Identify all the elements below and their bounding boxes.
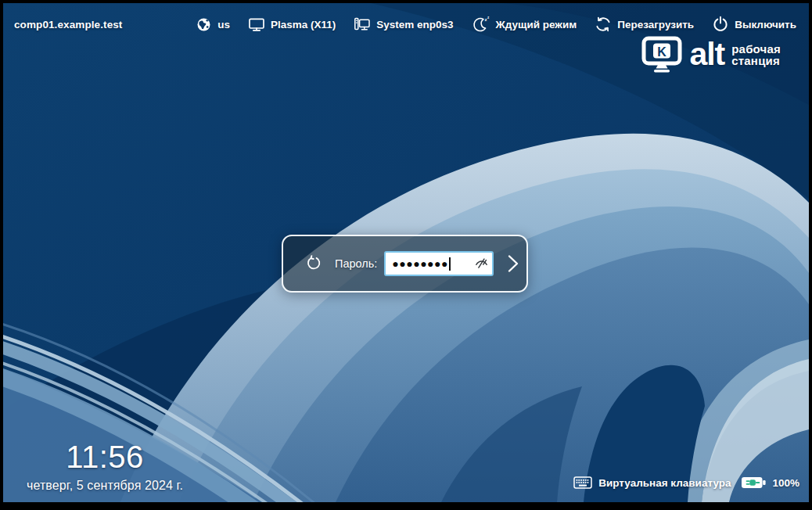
battery-icon bbox=[741, 475, 767, 490]
topbar-actions: us Plasma (X11) Sys bbox=[196, 16, 796, 33]
clock-time: 11:56 bbox=[66, 441, 144, 472]
topbar-item-system[interactable]: System enp0s3 bbox=[354, 16, 453, 32]
topbar-item-label: Ждущий режим bbox=[496, 19, 577, 31]
topbar-item-keyboard-layout[interactable]: us bbox=[196, 16, 230, 33]
alt-edition-line1: рабочая bbox=[731, 43, 781, 55]
password-input[interactable]: ●●●●●●●● bbox=[384, 251, 494, 276]
battery-indicator: 100% bbox=[741, 475, 799, 490]
topbar-item-restart[interactable]: Перезагрузить bbox=[595, 16, 694, 33]
restart-icon bbox=[595, 16, 612, 33]
alt-logo-icon: K bbox=[641, 36, 682, 73]
eye-slash-icon bbox=[476, 259, 487, 268]
alt-logo-letter: K bbox=[658, 45, 667, 59]
virtual-keyboard-label: Виртуальная клавиатура bbox=[598, 477, 731, 489]
top-bar: comp01.example.test us Plasma (X11) bbox=[3, 3, 809, 39]
show-password-button[interactable] bbox=[473, 256, 490, 272]
topbar-item-label: Выключить bbox=[735, 19, 796, 31]
keyboard-icon bbox=[573, 476, 592, 489]
status-bar: Виртуальная клавиатура 100% bbox=[573, 475, 799, 490]
alt-wordmark: alt bbox=[689, 41, 724, 68]
topbar-item-label: us bbox=[217, 19, 230, 31]
text-caret bbox=[449, 257, 451, 271]
topbar-item-suspend[interactable]: z z Ждущий режим bbox=[472, 16, 577, 33]
virtual-keyboard-button[interactable]: Виртуальная клавиатура bbox=[573, 476, 731, 489]
clock-date: четверг, 5 сентября 2024 г. bbox=[27, 479, 183, 493]
hostname: comp01.example.test bbox=[14, 19, 122, 31]
chevron-right-icon bbox=[509, 257, 517, 271]
globe-icon bbox=[196, 16, 212, 33]
svg-text:z: z bbox=[487, 16, 490, 20]
sleep-icon: z z bbox=[472, 16, 490, 33]
topbar-item-label: Перезагрузить bbox=[617, 19, 694, 31]
session-icon bbox=[354, 16, 371, 32]
undo-icon bbox=[308, 256, 319, 268]
login-panel: Пароль: ●●●●●●●● bbox=[282, 235, 528, 293]
topbar-item-shutdown[interactable]: Выключить bbox=[712, 16, 796, 33]
topbar-item-label: Plasma (X11) bbox=[271, 19, 336, 31]
alt-branding: K alt рабочая станция bbox=[641, 36, 781, 73]
topbar-item-session[interactable]: Plasma (X11) bbox=[248, 16, 336, 32]
password-masked-value: ●●●●●●●● bbox=[392, 258, 448, 269]
topbar-item-label: System enp0s3 bbox=[376, 19, 453, 31]
battery-percent: 100% bbox=[772, 477, 799, 489]
reset-button[interactable] bbox=[304, 255, 322, 272]
alt-edition-line2: станция bbox=[731, 55, 781, 66]
password-label: Пароль: bbox=[335, 257, 377, 270]
clock: 11:56 четверг, 5 сентября 2024 г. bbox=[27, 441, 183, 493]
alt-edition: рабочая станция bbox=[731, 43, 781, 66]
monitor-icon bbox=[248, 16, 265, 32]
login-button[interactable] bbox=[505, 253, 521, 274]
login-screen: comp01.example.test us Plasma (X11) bbox=[3, 3, 809, 502]
power-icon bbox=[712, 16, 729, 33]
